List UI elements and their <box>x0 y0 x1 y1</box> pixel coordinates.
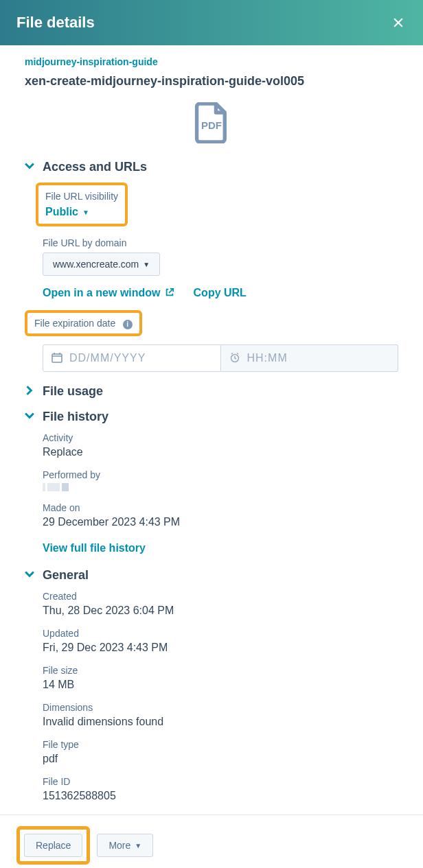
updated-value: Fri, 29 Dec 2023 4:43 PM <box>43 642 398 654</box>
dimensions-label: Dimensions <box>43 702 398 713</box>
info-icon[interactable]: i <box>123 320 133 329</box>
svg-rect-3 <box>52 354 62 362</box>
modal-header: File details <box>0 0 423 45</box>
more-button-label: More <box>108 840 130 851</box>
activity-label: Activity <box>43 432 398 443</box>
chevron-down-icon <box>25 161 34 173</box>
size-label: File size <box>43 665 398 676</box>
open-new-window-link[interactable]: Open in a new window <box>43 287 174 299</box>
caret-down-icon: ▼ <box>82 209 89 216</box>
updated-label: Updated <box>43 628 398 639</box>
performed-by-label: Performed by <box>43 469 398 480</box>
section-file-usage: File usage <box>25 384 398 399</box>
expiration-time-input[interactable]: HH:MM <box>221 344 399 372</box>
highlight-url-visibility: File URL visibility Public ▼ <box>36 183 128 226</box>
section-title: General <box>43 568 89 583</box>
url-visibility-dropdown[interactable]: Public ▼ <box>45 206 89 218</box>
section-title: File history <box>43 410 108 424</box>
made-on-value: 29 December 2023 4:43 PM <box>43 516 398 528</box>
size-value: 14 MB <box>43 679 398 691</box>
activity-value: Replace <box>43 446 398 458</box>
made-on-label: Made on <box>43 502 398 513</box>
url-domain-label: File URL by domain <box>43 237 398 248</box>
section-toggle-history[interactable]: File history <box>25 410 398 424</box>
modal-content: midjourney-inspiration-guide xen-create-… <box>0 45 423 802</box>
url-domain-select[interactable]: www.xencreate.com ▼ <box>43 253 160 276</box>
svg-text:PDF: PDF <box>201 119 222 131</box>
more-button[interactable]: More ▼ <box>97 834 153 857</box>
dimensions-value: Invalid dimensions found <box>43 716 398 728</box>
url-visibility-label: File URL visibility <box>45 191 118 202</box>
external-link-icon <box>165 288 174 299</box>
replace-button[interactable]: Replace <box>24 834 82 857</box>
modal-title: File details <box>16 14 95 32</box>
section-title: Access and URLs <box>43 160 147 174</box>
chevron-right-icon <box>25 386 34 397</box>
modal-footer: Replace More ▼ <box>0 814 423 868</box>
type-label: File type <box>43 739 398 750</box>
id-value: 151362588805 <box>43 790 398 802</box>
section-access-urls: Access and URLs File URL visibility Publ… <box>25 160 398 372</box>
pdf-file-icon: PDF <box>193 102 230 146</box>
expiration-label: File expiration date <box>34 318 115 329</box>
highlight-replace-button: Replace <box>16 826 90 865</box>
close-icon[interactable] <box>390 14 407 31</box>
type-value: pdf <box>43 753 398 765</box>
created-label: Created <box>43 591 398 602</box>
chevron-down-icon <box>25 411 34 423</box>
file-preview: PDF <box>25 102 398 146</box>
time-placeholder: HH:MM <box>247 352 288 364</box>
copy-url-link[interactable]: Copy URL <box>194 287 247 299</box>
url-visibility-value: Public <box>45 206 78 218</box>
caret-down-icon: ▼ <box>143 261 150 268</box>
view-full-history-link[interactable]: View full file history <box>43 542 146 554</box>
highlight-expiration-label: File expiration date i <box>25 310 142 336</box>
section-toggle-general[interactable]: General <box>25 568 398 583</box>
clock-icon <box>229 352 240 365</box>
created-value: Thu, 28 Dec 2023 6:04 PM <box>43 605 398 617</box>
date-placeholder: DD/MM/YYYY <box>69 352 146 364</box>
file-name-title: xen-create-midjourney-inspiration-guide-… <box>25 74 398 89</box>
section-toggle-usage[interactable]: File usage <box>25 384 398 399</box>
breadcrumb[interactable]: midjourney-inspiration-guide <box>25 56 398 67</box>
section-file-history: File history Activity Replace Performed … <box>25 410 398 554</box>
url-domain-value: www.xencreate.com <box>53 259 139 270</box>
chevron-down-icon <box>25 570 34 581</box>
calendar-icon <box>52 352 62 365</box>
section-general: General Created Thu, 28 Dec 2023 6:04 PM… <box>25 568 398 802</box>
id-label: File ID <box>43 776 398 787</box>
expiration-date-input[interactable]: DD/MM/YYYY <box>43 344 221 372</box>
performed-by-value <box>43 483 398 491</box>
caret-down-icon: ▼ <box>135 842 141 849</box>
section-title: File usage <box>43 384 103 399</box>
section-toggle-access[interactable]: Access and URLs <box>25 160 398 174</box>
